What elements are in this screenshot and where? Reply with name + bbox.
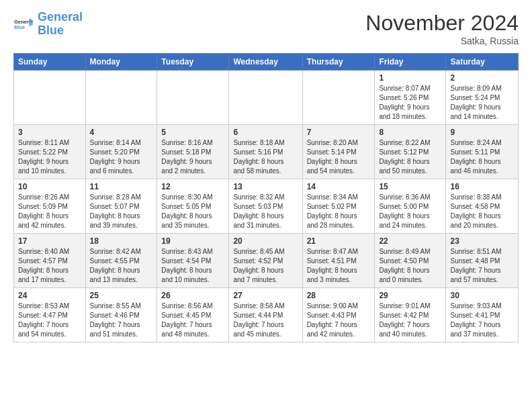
weekday-header-sunday: Sunday [14, 54, 86, 71]
day-number: 4 [90, 128, 153, 137]
day-number: 5 [161, 128, 224, 137]
day-number: 7 [307, 128, 371, 137]
day-info: Sunrise: 8:11 AM Sunset: 5:22 PM Dayligh… [18, 138, 81, 176]
calendar-cell [85, 71, 157, 125]
logo-icon: GeneralBlue [13, 13, 35, 35]
day-info: Sunrise: 8:34 AM Sunset: 5:02 PM Dayligh… [307, 193, 371, 230]
logo-text: General Blue [38, 11, 83, 38]
day-info: Sunrise: 8:40 AM Sunset: 4:57 PM Dayligh… [18, 247, 81, 285]
weekday-header-tuesday: Tuesday [157, 54, 229, 71]
day-info: Sunrise: 8:07 AM Sunset: 5:26 PM Dayligh… [379, 84, 441, 122]
logo: GeneralBlue General Blue [13, 11, 83, 38]
day-info: Sunrise: 8:26 AM Sunset: 5:09 PM Dayligh… [18, 193, 81, 230]
week-row-2: 3Sunrise: 8:11 AM Sunset: 5:22 PM Daylig… [14, 125, 519, 179]
calendar-cell: 30Sunrise: 9:03 AM Sunset: 4:41 PM Dayli… [446, 288, 519, 342]
day-number: 27 [233, 291, 298, 300]
week-row-1: 1Sunrise: 8:07 AM Sunset: 5:26 PM Daylig… [14, 71, 519, 125]
day-number: 20 [233, 236, 298, 246]
calendar-cell: 6Sunrise: 8:18 AM Sunset: 5:16 PM Daylig… [229, 125, 302, 179]
day-info: Sunrise: 8:38 AM Sunset: 4:58 PM Dayligh… [450, 193, 514, 230]
weekday-header-thursday: Thursday [302, 54, 375, 71]
calendar-cell: 10Sunrise: 8:26 AM Sunset: 5:09 PM Dayli… [14, 179, 86, 234]
day-info: Sunrise: 8:45 AM Sunset: 4:52 PM Dayligh… [233, 247, 298, 285]
day-number: 23 [450, 236, 514, 246]
calendar-cell: 21Sunrise: 8:47 AM Sunset: 4:51 PM Dayli… [302, 234, 375, 288]
subtitle: Satka, Russia [365, 36, 519, 46]
calendar-cell: 19Sunrise: 8:43 AM Sunset: 4:54 PM Dayli… [157, 234, 229, 288]
day-info: Sunrise: 8:32 AM Sunset: 5:03 PM Dayligh… [233, 193, 298, 230]
day-info: Sunrise: 8:42 AM Sunset: 4:55 PM Dayligh… [90, 247, 153, 285]
calendar-cell: 20Sunrise: 8:45 AM Sunset: 4:52 PM Dayli… [229, 234, 302, 288]
day-number: 17 [18, 236, 81, 246]
calendar: SundayMondayTuesdayWednesdayThursdayFrid… [13, 53, 519, 342]
day-number: 14 [307, 182, 371, 191]
calendar-cell [302, 71, 375, 125]
calendar-cell [14, 71, 86, 125]
day-info: Sunrise: 8:53 AM Sunset: 4:47 PM Dayligh… [18, 302, 81, 339]
day-number: 9 [450, 128, 514, 137]
day-info: Sunrise: 8:30 AM Sunset: 5:05 PM Dayligh… [161, 193, 224, 230]
calendar-cell: 25Sunrise: 8:55 AM Sunset: 4:46 PM Dayli… [85, 288, 157, 342]
week-row-4: 17Sunrise: 8:40 AM Sunset: 4:57 PM Dayli… [14, 234, 519, 288]
day-info: Sunrise: 8:49 AM Sunset: 4:50 PM Dayligh… [379, 247, 441, 285]
day-number: 18 [90, 236, 153, 246]
day-info: Sunrise: 9:01 AM Sunset: 4:42 PM Dayligh… [379, 302, 441, 339]
svg-text:Blue: Blue [14, 24, 25, 30]
day-number: 25 [90, 291, 153, 300]
day-number: 21 [307, 236, 371, 246]
logo-blue: Blue [38, 24, 64, 37]
weekday-header-wednesday: Wednesday [229, 54, 302, 71]
calendar-cell: 15Sunrise: 8:36 AM Sunset: 5:00 PM Dayli… [375, 179, 446, 234]
calendar-cell: 22Sunrise: 8:49 AM Sunset: 4:50 PM Dayli… [375, 234, 446, 288]
calendar-cell: 28Sunrise: 9:00 AM Sunset: 4:43 PM Dayli… [302, 288, 375, 342]
day-number: 8 [379, 128, 441, 137]
day-number: 2 [450, 73, 514, 83]
calendar-cell: 4Sunrise: 8:14 AM Sunset: 5:20 PM Daylig… [85, 125, 157, 179]
page: GeneralBlue General Blue November 2024 S… [0, 0, 532, 349]
calendar-cell [229, 71, 302, 125]
weekday-header-monday: Monday [85, 54, 157, 71]
day-info: Sunrise: 8:28 AM Sunset: 5:07 PM Dayligh… [90, 193, 153, 230]
weekday-header-row: SundayMondayTuesdayWednesdayThursdayFrid… [14, 54, 519, 71]
day-info: Sunrise: 9:00 AM Sunset: 4:43 PM Dayligh… [307, 302, 371, 339]
day-number: 19 [161, 236, 224, 246]
day-number: 15 [379, 182, 441, 191]
day-info: Sunrise: 8:22 AM Sunset: 5:12 PM Dayligh… [379, 138, 441, 176]
calendar-cell: 7Sunrise: 8:20 AM Sunset: 5:14 PM Daylig… [302, 125, 375, 179]
day-number: 26 [161, 291, 224, 300]
calendar-cell: 23Sunrise: 8:51 AM Sunset: 4:48 PM Dayli… [446, 234, 519, 288]
calendar-cell: 9Sunrise: 8:24 AM Sunset: 5:11 PM Daylig… [446, 125, 519, 179]
week-row-5: 24Sunrise: 8:53 AM Sunset: 4:47 PM Dayli… [14, 288, 519, 342]
calendar-cell: 24Sunrise: 8:53 AM Sunset: 4:47 PM Dayli… [14, 288, 86, 342]
day-number: 10 [18, 182, 81, 191]
day-info: Sunrise: 8:24 AM Sunset: 5:11 PM Dayligh… [450, 138, 514, 176]
day-info: Sunrise: 8:18 AM Sunset: 5:16 PM Dayligh… [233, 138, 298, 176]
header: GeneralBlue General Blue November 2024 S… [13, 11, 519, 46]
calendar-cell: 3Sunrise: 8:11 AM Sunset: 5:22 PM Daylig… [14, 125, 86, 179]
day-info: Sunrise: 8:43 AM Sunset: 4:54 PM Dayligh… [161, 247, 224, 285]
day-number: 13 [233, 182, 298, 191]
calendar-cell: 5Sunrise: 8:16 AM Sunset: 5:18 PM Daylig… [157, 125, 229, 179]
calendar-cell: 2Sunrise: 8:09 AM Sunset: 5:24 PM Daylig… [446, 71, 519, 125]
calendar-cell: 16Sunrise: 8:38 AM Sunset: 4:58 PM Dayli… [446, 179, 519, 234]
day-info: Sunrise: 8:55 AM Sunset: 4:46 PM Dayligh… [90, 302, 153, 339]
calendar-cell: 12Sunrise: 8:30 AM Sunset: 5:05 PM Dayli… [157, 179, 229, 234]
day-info: Sunrise: 8:58 AM Sunset: 4:44 PM Dayligh… [233, 302, 298, 339]
day-info: Sunrise: 8:56 AM Sunset: 4:45 PM Dayligh… [161, 302, 224, 339]
day-number: 24 [18, 291, 81, 300]
calendar-cell: 26Sunrise: 8:56 AM Sunset: 4:45 PM Dayli… [157, 288, 229, 342]
calendar-cell: 8Sunrise: 8:22 AM Sunset: 5:12 PM Daylig… [375, 125, 446, 179]
logo-general: General [38, 10, 83, 24]
calendar-cell: 29Sunrise: 9:01 AM Sunset: 4:42 PM Dayli… [375, 288, 446, 342]
calendar-cell [157, 71, 229, 125]
calendar-cell: 17Sunrise: 8:40 AM Sunset: 4:57 PM Dayli… [14, 234, 86, 288]
day-info: Sunrise: 8:09 AM Sunset: 5:24 PM Dayligh… [450, 84, 514, 122]
day-number: 11 [90, 182, 153, 191]
day-info: Sunrise: 8:47 AM Sunset: 4:51 PM Dayligh… [307, 247, 371, 285]
main-title: November 2024 [365, 11, 519, 36]
day-number: 22 [379, 236, 441, 246]
week-row-3: 10Sunrise: 8:26 AM Sunset: 5:09 PM Dayli… [14, 179, 519, 234]
calendar-cell: 27Sunrise: 8:58 AM Sunset: 4:44 PM Dayli… [229, 288, 302, 342]
day-number: 1 [379, 73, 441, 83]
title-area: November 2024 Satka, Russia [365, 11, 519, 46]
